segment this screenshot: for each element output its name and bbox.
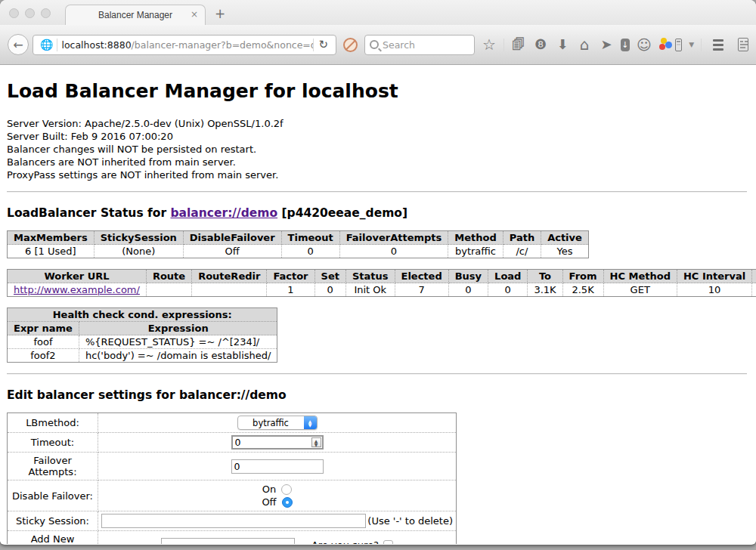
number-stepper-icon[interactable]: ▲▼: [311, 437, 321, 447]
col-failoverattempts: FailoverAttempts: [339, 231, 448, 245]
chevron-down-icon[interactable]: ▼: [689, 41, 694, 48]
failover-attempts-input[interactable]: [231, 459, 324, 474]
zoom-window-button[interactable]: [41, 8, 51, 18]
cell-status: Init Ok: [345, 283, 395, 297]
radio-on[interactable]: [281, 484, 292, 495]
col-passes: Passes: [752, 270, 756, 283]
col-active: Active: [541, 231, 589, 245]
cell-disablefailover: Off: [183, 245, 281, 258]
minimize-window-button[interactable]: [25, 8, 35, 18]
sidebar-icon[interactable]: [675, 39, 682, 51]
menu-icon[interactable]: [713, 39, 723, 51]
col-factor: Factor: [267, 270, 314, 283]
downloads-icon[interactable]: ⬇: [555, 38, 570, 51]
site-identity-globe-icon[interactable]: 🌐: [36, 39, 57, 51]
balancer-link[interactable]: balancer://demo: [170, 206, 277, 220]
tab-close-icon[interactable]: ×: [191, 9, 198, 20]
col-expr-name: Expr name: [8, 322, 79, 335]
server-info: Server Version: Apache/2.5.0-dev (Unix) …: [7, 117, 747, 181]
tab-grid-icon[interactable]: [738, 38, 748, 51]
proxypass-note: ProxyPass settings are NOT inherited fro…: [7, 168, 747, 181]
search-bar[interactable]: [364, 35, 475, 55]
worker-url-link[interactable]: http://www.example.com/: [14, 284, 140, 295]
back-button[interactable]: ←: [8, 34, 29, 55]
url-bar[interactable]: 🌐 localhost:8880/balancer-manager?b=demo…: [33, 35, 336, 55]
table-header-row: Worker URL Route RouteRedir Factor Set S…: [8, 270, 756, 283]
inherit-note: Balancers are NOT inherited from main se…: [7, 156, 747, 168]
chat-icon[interactable]: ☺: [637, 38, 652, 51]
radio-off[interactable]: [282, 497, 293, 508]
balancer-status-table: MaxMembers StickySession DisableFailover…: [7, 230, 589, 258]
new-tab-button[interactable]: +: [215, 6, 225, 21]
worker-table: Worker URL Route RouteRedir Factor Set S…: [7, 269, 756, 297]
divider: [503, 39, 504, 51]
form-row-disable-failover: Disable Failover: On Off: [8, 480, 457, 511]
status-heading-suffix: [p4420eeae_demo]: [277, 206, 407, 220]
cell-route: [146, 283, 191, 297]
timeout-input[interactable]: [231, 435, 324, 450]
share-icon[interactable]: ➤: [599, 38, 614, 51]
search-input[interactable]: [383, 39, 469, 51]
add-worker-label: Add New Worker:: [8, 531, 98, 545]
confirm-label: Are you sure?: [311, 539, 393, 545]
home-icon[interactable]: ⌂: [577, 38, 592, 51]
col-load: Load: [488, 270, 528, 283]
cell-failoverattempts: 0: [339, 245, 448, 258]
cell-timeout: 0: [281, 245, 339, 258]
server-version: Server Version: Apache/2.5.0-dev (Unix) …: [7, 117, 747, 130]
cell-routeredir: [192, 283, 267, 297]
health-table-title: Health check cond. expressions:: [8, 308, 277, 322]
col-busy: Busy: [448, 270, 488, 283]
sticky-session-input[interactable]: [101, 514, 366, 528]
cell-elected: 7: [395, 283, 448, 297]
cell-busy: 0: [448, 283, 488, 297]
table-row: foof %{REQUEST_STATUS} =~ /^[234]/: [8, 335, 277, 349]
lbmethod-select[interactable]: bytraffic ▲▼: [237, 416, 318, 430]
page-content: Load Balancer Manager for localhost Serv…: [0, 65, 756, 544]
hello-icon[interactable]: [658, 38, 668, 51]
col-routeredir: RouteRedir: [192, 270, 267, 283]
radio-line-on: On: [101, 483, 453, 496]
cell-expr-name: foof: [8, 335, 79, 349]
cell-maxmembers: 6 [1 Used]: [8, 245, 94, 258]
url-text[interactable]: localhost:8880/balancer-manager?b=demo&n…: [57, 39, 313, 51]
cell-hc-method: GET: [603, 283, 677, 297]
bookmark-star-icon[interactable]: ☆: [482, 38, 497, 51]
table-row: http://www.example.com/ 1 0 Init Ok 7 0 …: [8, 283, 756, 297]
cell-path: /c/: [503, 245, 541, 258]
add-worker-input[interactable]: [161, 538, 295, 545]
col-method: Method: [448, 231, 503, 245]
search-icon: [370, 40, 379, 49]
status-heading-prefix: LoadBalancer Status for: [7, 206, 170, 220]
radio-on-label: On: [262, 484, 276, 495]
select-stepper-icon: ▲▼: [304, 416, 317, 429]
pocket-icon[interactable]: ❽: [533, 38, 548, 51]
window-controls: [9, 8, 51, 18]
col-path: Path: [503, 231, 541, 245]
page-title: Load Balancer Manager for localhost: [7, 80, 747, 102]
browser-window: Balancer Manager × + ← 🌐 localhost:8880/…: [0, 0, 756, 545]
browser-tab[interactable]: Balancer Manager ×: [65, 5, 206, 25]
table-title-row: Health check cond. expressions:: [8, 308, 277, 322]
cell-expression: %{REQUEST_STATUS} =~ /^[234]/: [79, 335, 277, 349]
close-window-button[interactable]: [9, 8, 19, 18]
tab-title: Balancer Manager: [98, 10, 172, 20]
divider: [701, 39, 702, 51]
timeout-label: Timeout:: [8, 433, 98, 453]
col-to: To: [528, 270, 562, 283]
content-blocked-icon[interactable]: [343, 38, 358, 52]
confirm-label-text: Are you sure?: [311, 539, 379, 545]
form-row-failover: Failover Attempts:: [8, 453, 457, 480]
reading-list-icon[interactable]: 🗐: [511, 38, 526, 51]
cell-from: 2.5K: [562, 283, 603, 297]
radio-line-off: Off: [101, 496, 453, 508]
col-set: Set: [314, 270, 345, 283]
cell-set: 0: [314, 283, 345, 297]
divider: [7, 373, 747, 375]
col-hc-method: HC Method: [603, 270, 677, 283]
confirm-checkbox[interactable]: [383, 540, 393, 545]
reload-icon[interactable]: ↻: [314, 38, 333, 51]
cell-stickysession: (None): [94, 245, 183, 258]
save-to-device-icon[interactable]: ↓: [621, 39, 630, 51]
divider: [7, 191, 747, 193]
